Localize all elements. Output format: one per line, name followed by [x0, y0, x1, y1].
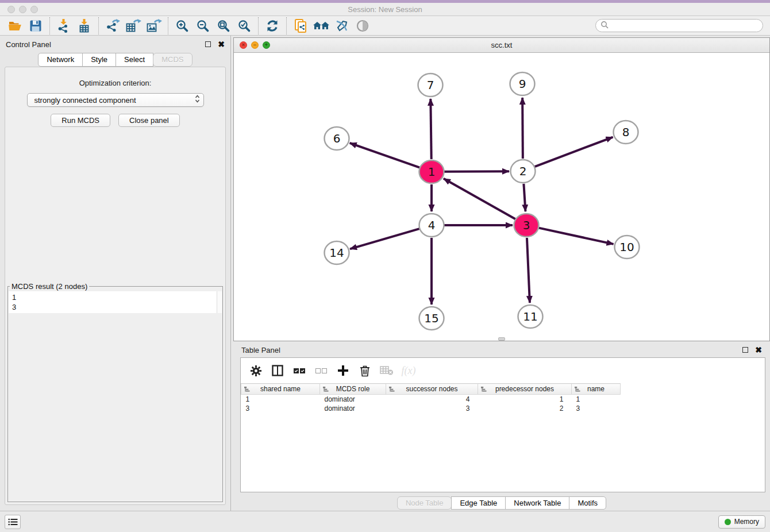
zoom-out-icon[interactable]: [192, 17, 213, 35]
node-label-14: 14: [329, 246, 344, 260]
zoom-selected-icon[interactable]: [234, 17, 255, 35]
tab-network[interactable]: Network: [38, 53, 83, 67]
column-header-predecessor-nodes[interactable]: predecessor nodes: [478, 384, 572, 395]
mcds-result-area[interactable]: 1 3: [9, 291, 222, 313]
column-header-shared-name[interactable]: shared name: [241, 384, 320, 395]
mcds-panel: Optimization criterion: strongly connect…: [5, 67, 226, 505]
column-header-name[interactable]: name: [572, 384, 621, 395]
deselect-all-icon[interactable]: [314, 364, 328, 377]
tab-edge-table[interactable]: Edge Table: [451, 496, 506, 510]
table-settings-gear-icon[interactable]: [249, 364, 263, 377]
edge-3-11[interactable]: [527, 238, 530, 303]
node-table-header[interactable]: shared nameMCDS rolesuccessor nodesprede…: [241, 384, 765, 395]
close-panel-button[interactable]: Close panel: [118, 114, 180, 127]
edge-4-14[interactable]: [350, 229, 419, 249]
tab-select[interactable]: Select: [116, 53, 153, 67]
zoom-fit-icon[interactable]: [213, 17, 234, 35]
node-label-10: 10: [619, 240, 634, 254]
delete-column-icon[interactable]: [358, 364, 372, 377]
table-panel-title: Table Panel: [241, 346, 280, 354]
memory-status-icon: [725, 519, 731, 525]
table-close-panel-icon[interactable]: ✖: [755, 346, 762, 354]
import-network-icon[interactable]: [53, 17, 74, 35]
save-session-icon[interactable]: [25, 17, 46, 35]
search-field[interactable]: [595, 19, 763, 32]
column-header-label: name: [574, 385, 618, 393]
table-cell[interactable]: dominator: [320, 395, 386, 404]
node-table[interactable]: shared nameMCDS rolesuccessor nodesprede…: [241, 383, 765, 413]
table-cell[interactable]: 3: [572, 404, 621, 413]
show-hide-panel-icon[interactable]: [352, 17, 373, 35]
table-cell[interactable]: 4: [386, 395, 478, 404]
table-float-panel-icon[interactable]: [742, 347, 748, 353]
table-cell[interactable]: 2: [478, 404, 572, 413]
edge-2-9[interactable]: [522, 98, 523, 159]
node-label-1: 1: [428, 165, 436, 179]
clone-network-icon[interactable]: [290, 17, 311, 35]
application-window: Session: New Session: [0, 0, 770, 532]
close-panel-icon[interactable]: ✖: [218, 40, 225, 48]
network-window-title: scc.txt: [234, 41, 769, 49]
network-window-titlebar[interactable]: × − + scc.txt: [234, 38, 769, 53]
open-session-icon[interactable]: [5, 17, 25, 35]
refresh-icon[interactable]: [262, 17, 283, 35]
edge-1-2[interactable]: [444, 171, 509, 172]
memory-button[interactable]: Memory: [718, 515, 765, 529]
zoom-in-icon[interactable]: [172, 17, 192, 35]
tab-style[interactable]: Style: [82, 53, 116, 67]
edge-2-8[interactable]: [535, 137, 613, 167]
export-table-icon[interactable]: [123, 17, 144, 35]
dropdown-stepper-icon: [195, 94, 200, 106]
cybrowser-home-icon[interactable]: [311, 17, 332, 35]
table-cell[interactable]: 1: [572, 395, 621, 404]
table-cell[interactable]: 1: [241, 395, 320, 404]
column-header-MCDS-role[interactable]: MCDS role: [320, 384, 386, 395]
column-header-successor-nodes[interactable]: successor nodes: [386, 384, 478, 395]
create-column-icon[interactable]: [336, 364, 350, 377]
mcds-result-title: MCDS result (2 nodes): [10, 282, 89, 291]
run-mcds-button[interactable]: Run MCDS: [51, 114, 110, 127]
table-cell[interactable]: 1: [478, 395, 572, 404]
tab-motifs[interactable]: Motifs: [569, 496, 606, 510]
column-header-label: predecessor nodes: [480, 385, 569, 393]
select-all-icon[interactable]: [292, 364, 306, 377]
tab-node-table[interactable]: Node Table: [397, 496, 452, 510]
criterion-value: strongly connected component: [34, 96, 195, 105]
node-label-7: 7: [427, 78, 434, 92]
hide-labels-icon[interactable]: [332, 17, 352, 35]
result-scrollbar[interactable]: [217, 291, 222, 313]
import-table-icon[interactable]: [74, 17, 95, 35]
canvas-splitter-knob[interactable]: [498, 337, 505, 341]
node-label-8: 8: [622, 125, 630, 139]
search-input[interactable]: [611, 21, 758, 30]
export-network-icon[interactable]: [102, 17, 123, 35]
network-graph[interactable]: 1234678910111415: [234, 53, 768, 340]
table-row[interactable]: 1dominator411: [241, 395, 765, 404]
node-label-2: 2: [519, 164, 527, 178]
show-column-panel-icon[interactable]: [271, 364, 284, 377]
sort-column-icon: [389, 386, 395, 394]
node-label-15: 15: [424, 311, 438, 325]
edge-2-3[interactable]: [523, 184, 525, 211]
control-panel: Control Panel ✖ NetworkStyleSelectMCDS O…: [0, 36, 231, 511]
edge-3-1[interactable]: [444, 179, 515, 219]
table-cell[interactable]: 3: [386, 404, 478, 413]
table-panel: Table Panel ✖: [233, 342, 770, 511]
table-row[interactable]: 3dominator323: [241, 404, 765, 413]
mcds-result-lines: 1 3: [9, 291, 222, 313]
node-table-body[interactable]: 1dominator4113dominator323: [241, 395, 765, 413]
edge-3-10[interactable]: [538, 228, 613, 244]
table-cell[interactable]: 3: [241, 404, 320, 413]
float-panel-icon[interactable]: [205, 41, 211, 47]
table-cell[interactable]: dominator: [320, 404, 386, 413]
criterion-dropdown[interactable]: strongly connected component: [27, 93, 204, 107]
table-panel-tabs: Node TableEdge TableNetwork TableMotifs: [233, 496, 770, 510]
export-image-icon[interactable]: [144, 17, 164, 35]
main-toolbar: [0, 16, 770, 36]
task-history-button[interactable]: [5, 515, 21, 529]
edge-1-6[interactable]: [350, 143, 420, 168]
edge-1-7[interactable]: [430, 99, 431, 159]
tab-network-table[interactable]: Network Table: [505, 496, 569, 510]
tab-mcds[interactable]: MCDS: [153, 53, 192, 67]
network-canvas[interactable]: 1234678910111415: [234, 53, 769, 341]
